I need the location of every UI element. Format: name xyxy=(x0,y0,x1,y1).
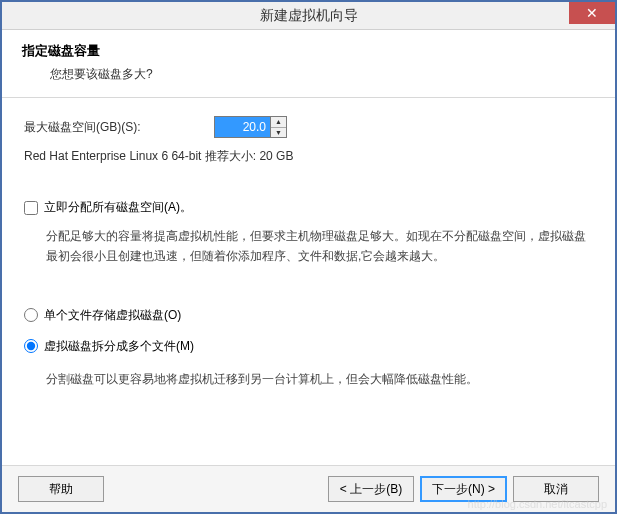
page-subtitle: 您想要该磁盘多大? xyxy=(22,66,595,83)
page-title: 指定磁盘容量 xyxy=(22,42,595,60)
allocate-now-label: 立即分配所有磁盘空间(A)。 xyxy=(44,199,192,216)
allocate-description: 分配足够大的容量将提高虚拟机性能，但要求主机物理磁盘足够大。如现在不分配磁盘空间… xyxy=(24,226,593,267)
spinner-down-icon[interactable]: ▼ xyxy=(271,128,286,138)
recommended-size-text: Red Hat Enterprise Linux 6 64-bit 推荐大小: … xyxy=(24,148,593,165)
back-button[interactable]: < 上一步(B) xyxy=(328,476,414,502)
wizard-footer: 帮助 < 上一步(B) 下一步(N) > 取消 xyxy=(2,465,615,512)
split-file-label: 虚拟磁盘拆分成多个文件(M) xyxy=(44,338,194,355)
wizard-header: 指定磁盘容量 您想要该磁盘多大? xyxy=(2,30,615,98)
spinner-buttons: ▲ ▼ xyxy=(270,117,286,137)
close-icon: ✕ xyxy=(586,5,598,21)
help-button[interactable]: 帮助 xyxy=(18,476,104,502)
allocate-now-checkbox[interactable] xyxy=(24,201,38,215)
cancel-button[interactable]: 取消 xyxy=(513,476,599,502)
allocate-now-row: 立即分配所有磁盘空间(A)。 xyxy=(24,199,593,216)
split-file-row: 虚拟磁盘拆分成多个文件(M) xyxy=(24,338,593,355)
titlebar: 新建虚拟机向导 ✕ xyxy=(2,2,615,30)
disk-size-row: 最大磁盘空间(GB)(S): ▲ ▼ xyxy=(24,116,593,138)
next-button[interactable]: 下一步(N) > xyxy=(420,476,507,502)
single-file-radio[interactable] xyxy=(24,308,38,322)
window-title: 新建虚拟机向导 xyxy=(260,7,358,25)
content-area: 最大磁盘空间(GB)(S): ▲ ▼ Red Hat Enterprise Li… xyxy=(2,98,615,399)
disk-size-spinner[interactable]: ▲ ▼ xyxy=(214,116,287,138)
single-file-label: 单个文件存储虚拟磁盘(O) xyxy=(44,307,181,324)
close-button[interactable]: ✕ xyxy=(569,2,615,24)
single-file-row: 单个文件存储虚拟磁盘(O) xyxy=(24,307,593,324)
disk-size-input[interactable] xyxy=(215,117,270,137)
split-file-radio[interactable] xyxy=(24,339,38,353)
split-file-description: 分割磁盘可以更容易地将虚拟机迁移到另一台计算机上，但会大幅降低磁盘性能。 xyxy=(24,369,593,389)
spinner-up-icon[interactable]: ▲ xyxy=(271,117,286,128)
disk-size-label: 最大磁盘空间(GB)(S): xyxy=(24,119,214,136)
